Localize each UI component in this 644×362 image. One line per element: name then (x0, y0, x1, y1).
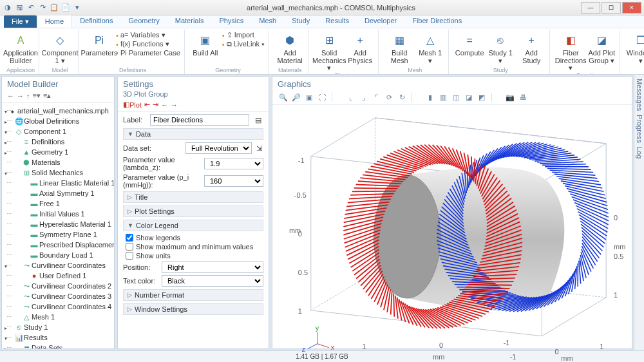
copy-icon[interactable]: 📋 (49, 3, 59, 13)
show-legends-checkbox[interactable] (126, 234, 133, 242)
tab-mesh[interactable]: Mesh (251, 15, 284, 28)
hide-icon[interactable]: ◪ (464, 93, 473, 102)
ribbon-mesh-1-[interactable]: △Mesh 1 ▾ (416, 31, 444, 64)
redo-icon[interactable]: ↷ (37, 3, 48, 13)
first-icon[interactable]: ⇤ (144, 100, 150, 109)
ribbon-solid-mechanics-[interactable]: ⊞Solid Mechanics ▾ (315, 31, 343, 72)
print-icon[interactable]: 🖶 (518, 93, 527, 102)
collapse-icon[interactable]: ≡▴ (43, 91, 51, 100)
progress-tab[interactable]: Progress (635, 115, 643, 143)
select-icon[interactable]: ▮ (426, 93, 435, 102)
right-sidebar[interactable]: Messages Progress Log (634, 75, 644, 350)
ribbon-small[interactable]: •⧉ LiveLink ▾ (222, 40, 265, 48)
show-icon[interactable]: ◩ (477, 93, 486, 102)
ribbon-add-study[interactable]: +Add Study (517, 31, 545, 64)
ribbon-study-1-[interactable]: ⎋Study 1 ▾ (486, 31, 515, 64)
dataset-link-icon[interactable]: ⇲ (256, 144, 263, 153)
up-icon[interactable]: ↑ (26, 91, 30, 100)
ribbon-add-plot-group-[interactable]: ◪Add Plot Group ▾ (587, 31, 616, 64)
tree-results[interactable]: ▾📊Results (6, 332, 110, 343)
ribbon-fiber-directions-[interactable]: ◧Fiber Directions ▾ (556, 31, 585, 72)
undo-icon[interactable]: ↶ (26, 3, 36, 13)
tab-fiber-directions[interactable]: Fiber Directions (404, 15, 469, 28)
fwd-icon[interactable]: → (17, 91, 24, 100)
show-units-checkbox[interactable] (126, 252, 133, 260)
log-tab[interactable]: Log (635, 147, 643, 158)
qat-more-icon[interactable]: ▾ (72, 3, 82, 13)
messages-tab[interactable]: Messages (635, 79, 643, 111)
ribbon-add-material[interactable]: ⬢Add Material (276, 31, 304, 64)
section-data[interactable]: ▼Data (123, 128, 263, 140)
view-xz-icon[interactable]: ⌟ (359, 93, 368, 102)
ribbon-build-all[interactable]: ▣Build All (191, 31, 220, 57)
tree-curvilinear-coordinates-4[interactable]: ⤳Curvilinear Coordinates 4 (6, 301, 110, 312)
tree-curvilinear-coordinates-2[interactable]: ⤳Curvilinear Coordinates 2 (6, 281, 110, 291)
model-tree[interactable]: ▾⬥arterial_wall_mechanics.mph▸🌐Global De… (2, 103, 114, 348)
lasso-icon[interactable]: ◫ (451, 93, 460, 102)
tree-free-1[interactable]: ▬Free 1 (6, 198, 110, 209)
tree-initial-values-1[interactable]: ▬Initial Values 1 (6, 209, 110, 219)
view-rotate-icon[interactable]: ↻ (397, 93, 406, 102)
show-minmax-checkbox[interactable] (126, 243, 133, 251)
view-xy-icon[interactable]: ⌞ (346, 93, 355, 102)
tab-study[interactable]: Study (284, 15, 317, 28)
tab-geometry[interactable]: Geometry (120, 15, 167, 28)
section-title[interactable]: ▷Title (123, 191, 263, 203)
box-select-icon[interactable]: ▥ (439, 93, 448, 102)
tab-materials[interactable]: Materials (167, 15, 212, 28)
tab-home[interactable]: Home (37, 15, 72, 28)
tree-materials[interactable]: ⬢Materials (6, 157, 110, 167)
view-default-icon[interactable]: ⟳ (384, 93, 393, 102)
ribbon-small[interactable]: •f(x) Functions ▾ (116, 40, 180, 48)
section-plot-settings[interactable]: ▷Plot Settings (123, 205, 263, 217)
plot-button[interactable]: ◧ Plot (123, 100, 142, 109)
view-yz-icon[interactable]: ⌜ (372, 93, 381, 102)
graphics-toolbar[interactable]: 🔍 🔎 ▣ ⛶ ⌞ ⌟ ⌜ ⟳ ↻ ▮ ▥ ◫ ◪ ◩ 📷 🖶 (272, 90, 632, 105)
tab-definitions[interactable]: Definitions (72, 15, 120, 28)
ribbon-windows-[interactable]: ❐Windows ▾ (627, 31, 644, 64)
ribbon-build-mesh[interactable]: ▦Build Mesh (385, 31, 413, 64)
zoom-extents-icon[interactable]: ⛶ (317, 93, 327, 102)
label-options-icon[interactable]: ▤ (253, 116, 263, 124)
tree-hyperelastic-material-1[interactable]: ▬Hyperelastic Material 1 (6, 219, 110, 229)
tree-global-definitions[interactable]: ▸🌐Global Definitions (6, 116, 110, 126)
tree-user-defined-1[interactable]: ●User Defined 1 (6, 271, 110, 281)
tree-axial-symmetry-1[interactable]: ▬Axial Symmetry 1 (6, 188, 110, 198)
ribbon-small[interactable]: •⇪ Import (222, 31, 265, 39)
tree-data-sets[interactable]: ▸≣Data Sets (6, 343, 110, 348)
next-icon[interactable]: → (171, 100, 178, 109)
tree-linear-elastic-material-1[interactable]: ▬Linear Elastic Material 1 (6, 178, 110, 188)
section-color-legend[interactable]: ▼Color Legend (123, 220, 263, 231)
tree-geometry-1[interactable]: ▸▲Geometry 1 (6, 147, 110, 157)
tab-physics[interactable]: Physics (211, 15, 251, 28)
ribbon-small[interactable]: •a= Variables ▾ (116, 31, 180, 39)
tree-study-1[interactable]: ▸⎋Study 1 (6, 322, 110, 332)
zoom-out-icon[interactable]: 🔎 (292, 93, 301, 102)
paste-icon[interactable]: 📄 (61, 3, 71, 13)
dataset-select[interactable]: Full Revolution (185, 142, 252, 154)
legend-position-select[interactable]: Right (162, 262, 263, 273)
zoom-in-icon[interactable]: 🔍 (279, 93, 288, 102)
legend-textcolor-select[interactable]: Black (162, 275, 263, 287)
label-input[interactable] (150, 114, 249, 126)
last-icon[interactable]: ⇥ (153, 100, 158, 109)
tree-boundary-load-1[interactable]: ▬Boundary Load 1 (6, 250, 110, 260)
window-minimize-button[interactable]: — (581, 2, 600, 14)
zoom-box-icon[interactable]: ▣ (305, 93, 314, 102)
tree-solid-mechanics[interactable]: ▾⊞Solid Mechanics (6, 167, 110, 178)
tree-curvilinear-coordinates[interactable]: ▾⤳Curvilinear Coordinates (6, 260, 110, 271)
back-icon[interactable]: ← (7, 91, 14, 100)
ribbon-application-builder[interactable]: AApplication Builder (6, 31, 35, 64)
tree-definitions[interactable]: ▸≡Definitions (6, 137, 110, 147)
tree-component-1[interactable]: ▾◇Component 1 (6, 126, 110, 137)
param2-select[interactable]: 160 (204, 175, 263, 187)
model-builder-toolbar[interactable]: ← → ↑ ≡▾ ≡▴ (2, 90, 114, 103)
snapshot-icon[interactable]: 📷 (506, 93, 515, 102)
tree-symmetry-plane-1[interactable]: ▬Symmetry Plane 1 (6, 229, 110, 240)
param1-select[interactable]: 1.9 (204, 158, 263, 169)
ribbon-parameters[interactable]: PiParameters (85, 31, 113, 57)
section-window-settings[interactable]: ▷Window Settings (123, 303, 263, 315)
window-close-button[interactable]: ✕ (622, 2, 641, 14)
tab-developer[interactable]: Developer (357, 15, 404, 28)
expand-icon[interactable]: ≡▾ (33, 91, 41, 100)
